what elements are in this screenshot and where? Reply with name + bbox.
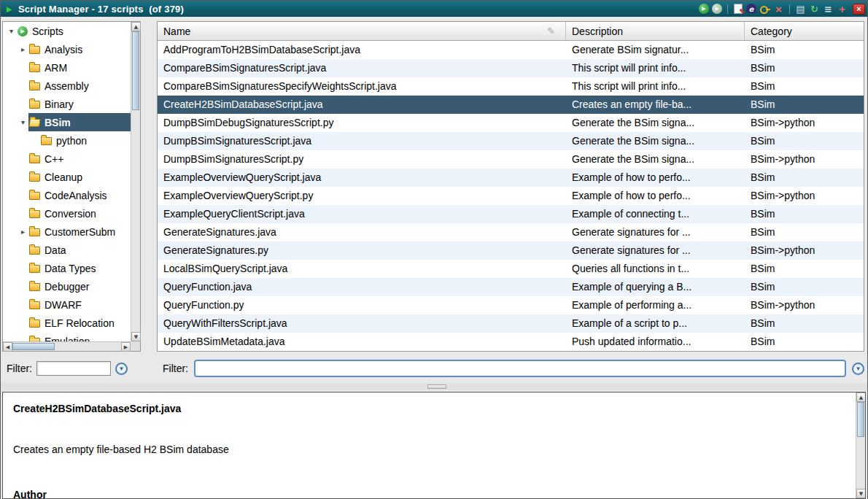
key-binding-icon[interactable]: [759, 3, 771, 15]
cell-name[interactable]: QueryFunction.py: [158, 296, 566, 314]
cell-description[interactable]: Queries all functions in t...: [566, 260, 745, 278]
tree-item-codeanalysis[interactable]: CodeAnalysis: [3, 186, 131, 204]
scroll-up-icon[interactable]: ▲: [856, 392, 866, 402]
expand-arrow-icon[interactable]: ▸: [18, 228, 28, 236]
table-row[interactable]: GenerateSignatures.javaGenerate signatur…: [158, 223, 864, 241]
cell-category[interactable]: BSim: [745, 333, 864, 351]
tree-item-conversion[interactable]: Conversion: [3, 204, 131, 223]
details-vertical-scrollbar[interactable]: ▲ ▼: [856, 392, 865, 498]
tree-filter-input[interactable]: [36, 361, 111, 376]
cell-description[interactable]: Generate signatures for ...: [566, 223, 745, 241]
table-row[interactable]: CompareBSimSignaturesScript.javaThis scr…: [158, 59, 864, 77]
table-row[interactable]: LocalBSimQueryScript.javaQueries all fun…: [158, 260, 864, 278]
splitter-handle[interactable]: [427, 384, 446, 389]
cell-name[interactable]: DumpBSimDebugSignaturesScript.py: [158, 114, 566, 132]
cell-description[interactable]: Generate signatures for ...: [566, 241, 745, 260]
collapse-arrow-icon[interactable]: ▾: [6, 27, 17, 35]
title-bar[interactable]: ▶ Script Manager - 17 scripts (of 379) ▶…: [1, 1, 867, 17]
delete-script-icon[interactable]: ×: [772, 3, 785, 15]
cell-description[interactable]: This script will print info...: [566, 77, 745, 96]
cell-description[interactable]: This script will print info...: [566, 59, 745, 77]
cell-name[interactable]: ExampleOverviewQueryScript.py: [158, 187, 566, 205]
scroll-down-icon[interactable]: ▼: [856, 489, 866, 498]
cell-category[interactable]: BSim: [745, 59, 864, 77]
tree-node[interactable]: Scripts: [17, 22, 131, 40]
table-row[interactable]: UpdateBSimMetadata.javaPush updated info…: [158, 333, 864, 351]
tree-node[interactable]: Emulation: [28, 332, 131, 341]
table-row[interactable]: ExampleQueryClientScript.javaExample of …: [158, 205, 864, 223]
tree-item-customersubm[interactable]: ▸CustomerSubm: [3, 223, 131, 241]
cell-description[interactable]: Example of querying a B...: [566, 278, 745, 296]
cell-description[interactable]: Example of a script to p...: [566, 314, 745, 333]
cell-name[interactable]: ExampleQueryClientScript.java: [158, 205, 566, 223]
tree-item-scripts[interactable]: ▾Scripts: [3, 22, 131, 40]
table-row[interactable]: AddProgramToH2BSimDatabaseScript.javaGen…: [158, 41, 864, 59]
tree-node[interactable]: Binary: [28, 95, 131, 113]
cell-name[interactable]: DumpBSimSignaturesScript.java: [158, 132, 566, 150]
table-row[interactable]: DumpBSimSignaturesScript.javaGenerate th…: [158, 132, 864, 150]
table-row[interactable]: ExampleOverviewQueryScript.javaExample o…: [158, 169, 864, 187]
scroll-right-icon[interactable]: ▶: [121, 342, 131, 352]
column-header-category[interactable]: Category: [745, 22, 864, 40]
api-help-icon[interactable]: +: [836, 3, 848, 15]
tree-horizontal-scrollbar[interactable]: ◀ ▶: [3, 341, 131, 351]
script-directories-icon[interactable]: ▤: [794, 3, 807, 15]
cell-description[interactable]: Example of how to perfo...: [566, 187, 745, 205]
tree-node[interactable]: python: [40, 131, 131, 150]
refresh-scripts-icon[interactable]: ↻: [808, 3, 821, 15]
horizontal-splitter[interactable]: [1, 383, 867, 390]
cell-description[interactable]: Push updated informatio...: [566, 333, 745, 351]
tree-node[interactable]: Analysis: [28, 40, 131, 58]
tree-node[interactable]: BSim: [28, 113, 131, 131]
cell-name[interactable]: CompareBSimSignaturesScript.java: [158, 59, 566, 77]
cell-description[interactable]: Generate the BSim signa...: [566, 150, 745, 169]
cell-category[interactable]: BSim: [745, 96, 864, 114]
tree-item-debugger[interactable]: Debugger: [3, 277, 131, 295]
tree-node[interactable]: ELF Relocation: [28, 314, 131, 332]
cell-category[interactable]: BSim->python: [745, 187, 864, 205]
cell-category[interactable]: BSim: [745, 260, 864, 278]
tree-vertical-scrollbar[interactable]: ▲ ▼: [131, 22, 140, 341]
cell-name[interactable]: LocalBSimQueryScript.java: [158, 260, 566, 278]
cell-description[interactable]: Example of connecting t...: [566, 205, 745, 223]
cell-description[interactable]: Example of performing a...: [566, 296, 745, 314]
tree-node[interactable]: C++: [28, 150, 131, 168]
cell-name[interactable]: QueryFunction.java: [158, 278, 566, 296]
cell-description[interactable]: Generate the BSim signa...: [566, 114, 745, 132]
tree-node[interactable]: Data: [28, 241, 131, 259]
cell-description[interactable]: Generate BSim signatur...: [566, 41, 745, 59]
filter-options-icon[interactable]: [115, 363, 128, 375]
table-row[interactable]: QueryFunction.pyExample of performing a.…: [158, 296, 864, 314]
close-icon[interactable]: ×: [853, 4, 865, 15]
scroll-left-icon[interactable]: ◀: [3, 342, 12, 352]
scrollbar-thumb[interactable]: [857, 402, 864, 437]
tree-item-analysis[interactable]: ▸Analysis: [3, 40, 131, 58]
tree-item-arm[interactable]: ARM: [3, 58, 131, 77]
cell-category[interactable]: BSim: [745, 77, 864, 96]
table-row[interactable]: DumpBSimDebugSignaturesScript.pyGenerate…: [158, 114, 864, 132]
cell-category[interactable]: BSim->python: [745, 241, 864, 260]
tree-item-emulation[interactable]: Emulation: [3, 332, 131, 341]
script-list-icon[interactable]: ≡: [822, 3, 834, 15]
tree-item-assembly[interactable]: Assembly: [3, 77, 131, 95]
tree-node[interactable]: Assembly: [28, 77, 131, 95]
table-row[interactable]: CompareBSimSignaturesSpecifyWeightsScrip…: [158, 77, 864, 96]
table-row[interactable]: ExampleOverviewQueryScript.pyExample of …: [158, 187, 864, 205]
tree-node[interactable]: DWARF: [28, 295, 131, 314]
cell-name[interactable]: GenerateSignatures.java: [158, 223, 566, 241]
cell-name[interactable]: AddProgramToH2BSimDatabaseScript.java: [158, 41, 566, 59]
cell-category[interactable]: BSim: [745, 223, 864, 241]
cell-category[interactable]: BSim: [745, 314, 864, 333]
table-row[interactable]: CreateH2BSimDatabaseScript.javaCreates a…: [158, 96, 864, 114]
cell-category[interactable]: BSim: [745, 169, 864, 187]
cell-category[interactable]: BSim->python: [745, 150, 864, 169]
table-row[interactable]: QueryFunction.javaExample of querying a …: [158, 278, 864, 296]
tree-item-data-types[interactable]: Data Types: [3, 259, 131, 277]
expand-arrow-icon[interactable]: ▸: [18, 45, 28, 53]
cell-name[interactable]: QueryWithFiltersScript.java: [158, 314, 566, 333]
cell-name[interactable]: CreateH2BSimDatabaseScript.java: [158, 96, 566, 114]
tree-item-data[interactable]: Data: [3, 241, 131, 259]
tree-item-dwarf[interactable]: DWARF: [3, 295, 131, 314]
tree-node[interactable]: Debugger: [28, 277, 131, 295]
column-header-description[interactable]: Description: [566, 22, 745, 40]
